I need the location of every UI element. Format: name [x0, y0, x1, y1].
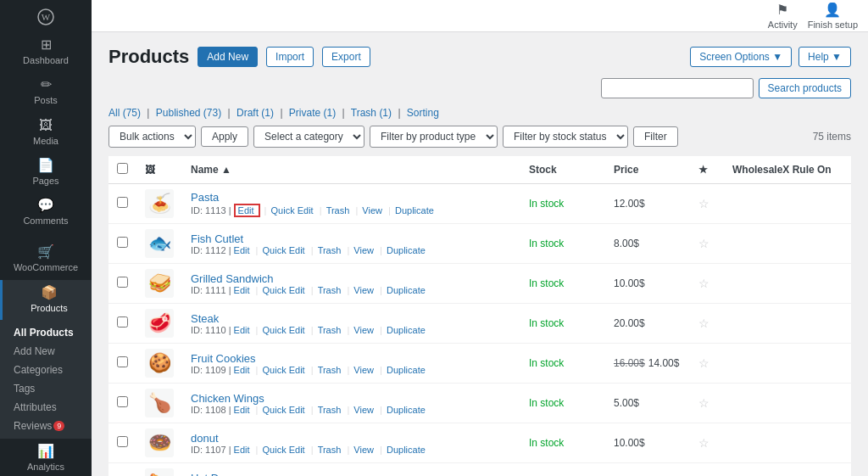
col-name[interactable]: Name ▲: [182, 156, 520, 184]
category-select[interactable]: Select a category: [253, 126, 364, 148]
submenu-all-products[interactable]: All Products: [0, 323, 92, 342]
screen-options-button[interactable]: Screen Options ▼: [690, 47, 792, 67]
sidebar-item-comments[interactable]: 💬 Comments: [0, 193, 92, 232]
view-link[interactable]: View: [353, 285, 374, 295]
quick-edit-link[interactable]: Quick Edit: [263, 285, 305, 295]
topbar-activity[interactable]: ⚑ Activity: [768, 2, 798, 30]
view-link[interactable]: View: [353, 405, 374, 415]
col-img: 🖼: [136, 156, 182, 184]
import-button[interactable]: Import: [266, 47, 314, 67]
product-name-link[interactable]: Grilled Sandwich: [191, 272, 274, 285]
view-link[interactable]: View: [353, 325, 374, 335]
product-type-select[interactable]: Filter by product type: [370, 126, 498, 148]
product-id: ID: 1112 |: [191, 245, 234, 255]
duplicate-link[interactable]: Duplicate: [387, 245, 426, 255]
view-link[interactable]: View: [353, 445, 374, 455]
row-checkbox[interactable]: [117, 277, 128, 288]
sidebar-item-dashboard[interactable]: ⊞ Dashboard: [0, 32, 92, 72]
trash-link[interactable]: Trash: [318, 445, 342, 455]
sidebar-item-media[interactable]: 🖼 Media: [0, 113, 92, 153]
sidebar-item-products[interactable]: 📦 Products: [0, 280, 92, 320]
product-name-link[interactable]: Pasta: [191, 191, 219, 204]
quick-edit-link[interactable]: Quick Edit: [263, 325, 305, 335]
sidebar-item-woocommerce[interactable]: 🛒 WooCommerce: [0, 239, 92, 279]
row-checkbox[interactable]: [117, 436, 128, 447]
featured-star[interactable]: ☆: [698, 197, 709, 210]
stock-status: In stock: [529, 198, 564, 210]
quick-edit-link[interactable]: Quick Edit: [263, 445, 305, 455]
trash-link[interactable]: Trash: [318, 365, 342, 375]
svg-text:W: W: [42, 12, 51, 22]
help-button[interactable]: Help ▼: [798, 47, 851, 67]
edit-link[interactable]: Edit: [234, 325, 250, 335]
edit-link[interactable]: Edit: [234, 405, 250, 415]
row-checkbox[interactable]: [117, 316, 128, 328]
export-button[interactable]: Export: [322, 47, 370, 67]
filter-published[interactable]: Published (73): [156, 107, 221, 119]
search-products-button[interactable]: Search products: [759, 78, 851, 98]
quick-edit-link[interactable]: Quick Edit: [263, 365, 305, 375]
stock-status-select[interactable]: Filter by stock status: [503, 126, 628, 148]
featured-star[interactable]: ☆: [698, 396, 709, 410]
featured-star[interactable]: ☆: [698, 237, 709, 250]
filter-sorting[interactable]: Sorting: [407, 107, 439, 119]
submenu-categories[interactable]: Categories: [0, 361, 92, 379]
view-link[interactable]: View: [362, 205, 382, 216]
duplicate-link[interactable]: Duplicate: [387, 445, 426, 455]
sidebar-item-analytics[interactable]: 📊 Analytics: [0, 439, 92, 476]
quick-edit-link[interactable]: Quick Edit: [263, 245, 305, 255]
bulk-actions-select[interactable]: Bulk actions: [108, 126, 196, 148]
submenu-add-new[interactable]: Add New: [0, 342, 92, 361]
filter-all[interactable]: All (75): [108, 107, 141, 119]
product-name-link[interactable]: Fruit Cookies: [191, 352, 256, 365]
duplicate-link[interactable]: Duplicate: [387, 405, 426, 415]
product-name-link[interactable]: Hot Dog: [191, 472, 231, 477]
apply-button[interactable]: Apply: [201, 126, 248, 147]
row-checkbox[interactable]: [117, 197, 128, 208]
quick-edit-link[interactable]: Quick Edit: [271, 205, 314, 216]
trash-link[interactable]: Trash: [326, 205, 350, 216]
product-name-link[interactable]: Fish Cutlet: [191, 232, 243, 245]
duplicate-link[interactable]: Duplicate: [387, 285, 426, 295]
row-checkbox[interactable]: [117, 396, 128, 407]
featured-star[interactable]: ☆: [698, 316, 709, 330]
product-name-link[interactable]: donut: [191, 432, 219, 445]
sidebar-item-pages[interactable]: 📄 Pages: [0, 153, 92, 193]
edit-link[interactable]: Edit: [238, 205, 254, 216]
search-input[interactable]: [601, 78, 754, 98]
edit-link[interactable]: Edit: [234, 285, 250, 295]
filter-trash[interactable]: Trash (1): [351, 107, 392, 119]
featured-star[interactable]: ☆: [698, 277, 709, 290]
wp-logo[interactable]: W: [0, 0, 92, 32]
featured-star[interactable]: ☆: [698, 356, 709, 370]
submenu-tags[interactable]: Tags: [0, 379, 92, 398]
duplicate-link[interactable]: Duplicate: [387, 365, 426, 375]
submenu-attributes[interactable]: Attributes: [0, 398, 92, 417]
featured-star[interactable]: ☆: [698, 436, 709, 450]
edit-link[interactable]: Edit: [234, 245, 250, 255]
trash-link[interactable]: Trash: [318, 285, 342, 295]
filter-button[interactable]: Filter: [633, 126, 678, 147]
trash-link[interactable]: Trash: [318, 325, 342, 335]
product-name-link[interactable]: Steak: [191, 312, 219, 325]
edit-link[interactable]: Edit: [234, 365, 250, 375]
trash-link[interactable]: Trash: [318, 405, 342, 415]
row-actions: ID: 1107 | Edit | Quick Edit | Trash | V…: [191, 445, 512, 455]
duplicate-link[interactable]: Duplicate: [395, 205, 434, 216]
sidebar-item-posts[interactable]: ✏ Posts: [0, 72, 92, 112]
view-link[interactable]: View: [353, 365, 374, 375]
row-checkbox[interactable]: [117, 356, 128, 367]
product-name-link[interactable]: Chicken Wings: [191, 392, 264, 405]
topbar-finish-setup[interactable]: 👤 Finish setup: [808, 2, 858, 30]
edit-link[interactable]: Edit: [234, 445, 250, 455]
select-all-checkbox[interactable]: [117, 163, 128, 174]
quick-edit-link[interactable]: Quick Edit: [263, 405, 305, 415]
trash-link[interactable]: Trash: [318, 245, 342, 255]
view-link[interactable]: View: [353, 245, 374, 255]
duplicate-link[interactable]: Duplicate: [387, 325, 426, 335]
submenu-reviews[interactable]: Reviews 9: [0, 417, 92, 435]
add-new-button[interactable]: Add New: [198, 47, 258, 67]
filter-draft[interactable]: Draft (1): [236, 107, 274, 119]
filter-private[interactable]: Private (1): [289, 107, 336, 119]
row-checkbox[interactable]: [117, 237, 128, 248]
